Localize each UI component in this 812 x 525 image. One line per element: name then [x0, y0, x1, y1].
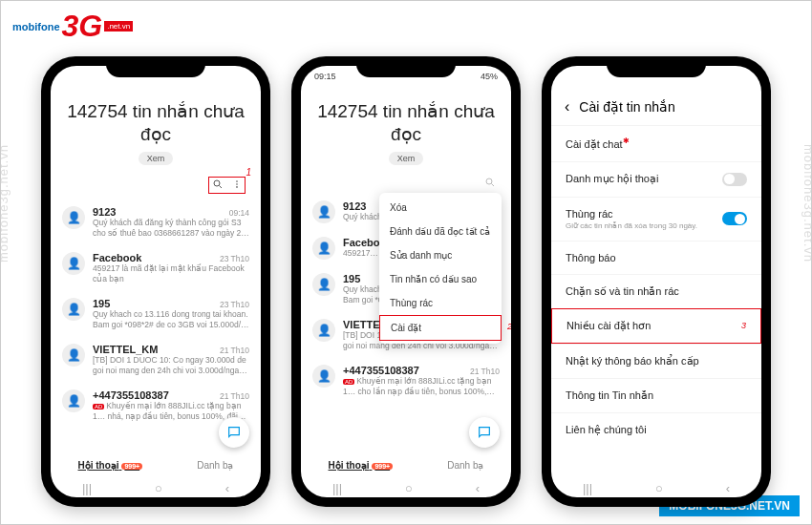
settings-contact[interactable]: Liên hệ chúng tôi: [551, 412, 761, 447]
phone-2: 09:15 45% 142754 tin nhắn chưa đọc Xem 👤…: [291, 56, 521, 507]
menu-mark-read[interactable]: Đánh dấu đã đọc tất cả: [379, 220, 502, 243]
sender-name: +447355108387: [93, 389, 169, 401]
settings-trash[interactable]: Thùng rácGiữ các tin nhắn đã xóa trong 3…: [551, 197, 761, 241]
list-item[interactable]: 👤19523 Th10Quy khach co 13.116 dong tron…: [60, 291, 251, 337]
unread-title: 142754 tin nhắn chưa đọc: [316, 100, 496, 146]
search-icon[interactable]: [212, 178, 224, 190]
back-icon[interactable]: ‹: [225, 481, 229, 495]
step-1-highlight: [208, 177, 246, 194]
menu-starred[interactable]: Tin nhắn có dấu sao: [379, 267, 502, 291]
compose-button[interactable]: [219, 417, 249, 448]
android-navbar: |||○‹: [551, 478, 761, 497]
sender-name: 9123: [93, 206, 116, 218]
back-icon[interactable]: ‹: [565, 98, 569, 116]
recent-icon[interactable]: |||: [332, 481, 342, 495]
back-icon[interactable]: ‹: [726, 481, 730, 495]
list-item[interactable]: 👤Facebook23 Th10459217 là mã đặt lại mật…: [60, 245, 251, 291]
brand-logo: mobifone 3G .net.vn: [12, 9, 133, 44]
svg-line-6: [492, 183, 495, 186]
ad-tag: AD: [343, 379, 354, 385]
msg-preview: [TB] DOI 1 DUOC 10: Co ngay 30.000d de g…: [93, 355, 249, 376]
home-icon[interactable]: ○: [405, 481, 413, 495]
watermark-left: mobifone3g.net.vn: [0, 144, 11, 262]
avatar: 👤: [312, 273, 335, 296]
avatar: 👤: [62, 298, 85, 321]
sender-name: 9123: [343, 200, 366, 212]
recent-icon[interactable]: |||: [82, 481, 92, 495]
list-item[interactable]: 👤+44735510838721 Th10ADKhuyến mại lớn 88…: [310, 358, 502, 404]
msg-time: 23 Th10: [220, 254, 249, 263]
inbox-header: 142754 tin nhắn chưa đọc Xem: [301, 87, 511, 171]
msg-time: 09:14: [229, 208, 249, 218]
settings-block[interactable]: Chặn số và tin nhắn rác: [551, 274, 761, 308]
msg-preview: Khuyến mại lớn 888JILi.cc tặng bạn 1… nh…: [93, 401, 246, 422]
notch: [106, 56, 205, 77]
msg-preview: Quy khach co 13.116 dong trong tai khoan…: [93, 309, 249, 330]
settings-list: Cài đặt chat✱ Danh mục hội thoại Thùng r…: [551, 125, 761, 447]
home-icon[interactable]: ○: [655, 481, 663, 495]
settings-notifications[interactable]: Thông báo: [551, 241, 761, 274]
step-3-label: 3: [741, 321, 746, 330]
msg-preview: Quý khách đã đăng ký thành công gói S3 c…: [93, 218, 249, 238]
list-item[interactable]: 👤912309:14Quý khách đã đăng ký thành côn…: [60, 200, 251, 245]
android-navbar: |||○‹: [301, 478, 511, 497]
settings-chat[interactable]: Cài đặt chat✱: [551, 125, 761, 161]
settings-emergency[interactable]: Nhật ký thông báo khẩn cấp: [551, 344, 761, 378]
list-item[interactable]: 👤VIETTEL_KM21 Th10[TB] DOI 1 DUOC 10: Co…: [60, 337, 251, 383]
compose-button[interactable]: [469, 417, 500, 448]
chat-icon: [226, 425, 242, 440]
logo-mark: 3G: [62, 9, 103, 44]
view-button[interactable]: Xem: [139, 152, 174, 165]
home-icon[interactable]: ○: [155, 481, 162, 495]
sender-name: VIETTEL_KM: [93, 344, 158, 355]
tab-contacts[interactable]: Danh bạ: [447, 460, 483, 471]
menu-edit-category[interactable]: Sửa danh mục: [379, 243, 502, 267]
unread-title: 142754 tin nhắn chưa đọc: [66, 100, 246, 146]
step-2-label: 2: [507, 322, 511, 331]
back-icon[interactable]: ‹: [476, 481, 480, 495]
settings-more[interactable]: Nhiều cài đặt hơn3: [551, 308, 761, 344]
avatar: 👤: [62, 344, 85, 367]
star-icon: ✱: [623, 136, 630, 145]
settings-categories[interactable]: Danh mục hội thoại: [551, 161, 761, 197]
tab-conversations[interactable]: Hội thoại 999+: [329, 460, 394, 471]
avatar: 👤: [62, 252, 85, 275]
toggle-off[interactable]: [722, 173, 747, 186]
inbox-header: 142754 tin nhắn chưa đọc Xem: [51, 87, 261, 171]
settings-about[interactable]: Thông tin Tin nhắn: [551, 378, 761, 412]
step-1-label: 1: [246, 167, 251, 178]
msg-time: 23 Th10: [220, 300, 249, 309]
menu-delete[interactable]: Xóa: [379, 196, 502, 220]
more-icon[interactable]: [232, 178, 242, 190]
message-list: 👤912309:14Quý khách đã đăng ký thành côn…: [51, 200, 261, 429]
tab-conversations[interactable]: Hội thoại 999+: [78, 460, 143, 471]
tab-contacts[interactable]: Danh bạ: [197, 460, 233, 471]
logo-brand: mobifone: [12, 21, 60, 32]
bottom-tabs: Hội thoại 999+ Danh bạ: [51, 452, 261, 478]
sender-name: +447355108387: [343, 365, 419, 376]
search-icon[interactable]: [484, 177, 496, 188]
view-button[interactable]: Xem: [389, 152, 424, 165]
notch: [607, 56, 706, 77]
tab-badge: 999+: [121, 463, 142, 470]
sender-name: Facebook: [93, 252, 141, 263]
menu-trash[interactable]: Thùng rác: [379, 291, 502, 315]
svg-point-4: [236, 186, 238, 188]
svg-point-0: [214, 180, 220, 186]
sender-name: 195: [93, 298, 110, 309]
toggle-on[interactable]: [722, 212, 747, 225]
avatar: 👤: [312, 237, 335, 260]
android-navbar: |||○‹: [51, 478, 261, 497]
msg-time: 21 Th10: [470, 367, 500, 376]
status-battery: 45%: [481, 72, 498, 81]
status-time: 09:15: [314, 72, 336, 81]
recent-icon[interactable]: |||: [583, 481, 592, 495]
ad-tag: AD: [93, 404, 104, 410]
notch: [356, 56, 456, 77]
chat-icon: [477, 425, 492, 440]
menu-settings[interactable]: Cài đặt2: [379, 315, 502, 341]
avatar: 👤: [62, 206, 85, 229]
phone-3: ‹ Cài đặt tin nhắn Cài đặt chat✱ Danh mụ…: [542, 56, 771, 507]
svg-point-2: [236, 180, 238, 182]
settings-title: Cài đặt tin nhắn: [579, 99, 675, 115]
